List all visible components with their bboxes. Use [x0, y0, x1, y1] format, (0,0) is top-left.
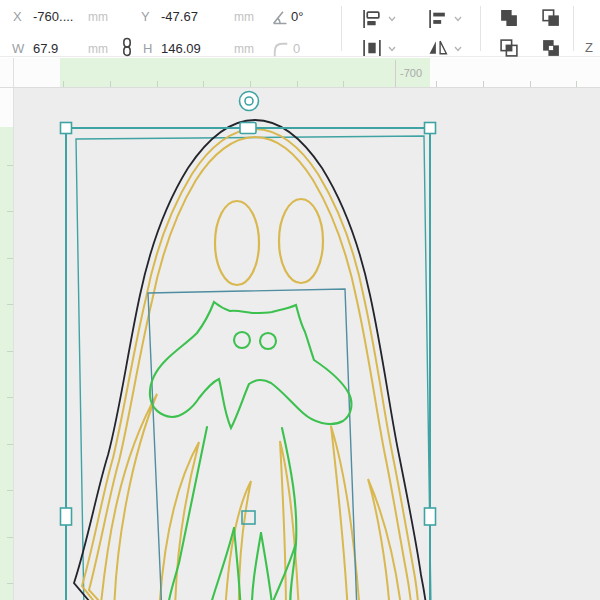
distribute-icon[interactable]: [362, 9, 382, 29]
boolean-union-icon[interactable]: [499, 8, 519, 28]
ruler-tick: [530, 81, 531, 87]
rotation-angle-icon: [270, 7, 290, 27]
ruler-tick: [7, 351, 13, 352]
handle-top-left[interactable]: [61, 123, 72, 134]
ruler-tick-label: -700: [400, 67, 422, 79]
handle-top-right[interactable]: [425, 123, 436, 134]
ruler-tick: [7, 258, 13, 259]
ruler-tick: [7, 165, 13, 166]
chevron-down-icon[interactable]: [453, 44, 463, 54]
toolbar-divider: [480, 6, 481, 51]
gown-folds[interactable]: [100, 394, 402, 600]
ghost-inner-offset[interactable]: [82, 129, 419, 600]
align-icon[interactable]: [428, 9, 448, 29]
ghost-outer-outline[interactable]: [74, 120, 427, 600]
ruler-tick: [436, 81, 437, 87]
ruler-tick: [7, 304, 13, 305]
ruler-tick: [483, 81, 484, 87]
h-field-input[interactable]: 146.09: [161, 41, 201, 56]
link-dimensions-icon[interactable]: [117, 37, 137, 57]
ruler-tick: [7, 444, 13, 445]
w-field-label: W: [12, 41, 24, 56]
canvas-artwork: [14, 88, 600, 600]
boolean-exclude-icon[interactable]: [541, 38, 561, 58]
toolbar-divider: [341, 6, 342, 51]
zoom-control-label[interactable]: Z: [585, 40, 593, 55]
cat-figure[interactable]: [150, 302, 352, 600]
vertical-ruler: [0, 88, 14, 600]
ruler-workarea-highlight: [0, 127, 14, 600]
design-canvas[interactable]: [14, 88, 600, 600]
ruler-tick: [7, 583, 13, 584]
ruler-corner: [0, 58, 14, 88]
ruler-tick: [576, 81, 577, 87]
ruler-tick: [7, 537, 13, 538]
ruler-tick: [63, 81, 64, 87]
handle-mid-right[interactable]: [425, 508, 436, 525]
ruler-tick: [157, 81, 158, 87]
ruler-major-tick: [395, 60, 396, 88]
h-field-label: H: [143, 41, 152, 56]
ruler-tick: [7, 490, 13, 491]
boolean-subtract-icon[interactable]: [541, 8, 561, 28]
y-field-label: Y: [141, 9, 150, 24]
ruler-tick: [7, 397, 13, 398]
toolbar: X -760.... mm Y -47.67 mm 0° W 67.9 mm H…: [0, 0, 600, 57]
flip-horizontal-icon[interactable]: [428, 38, 448, 58]
boolean-intersect-icon[interactable]: [499, 38, 519, 58]
toolbar-divider: [573, 6, 574, 51]
ruler-tick: [250, 81, 251, 87]
chevron-down-icon[interactable]: [453, 14, 463, 24]
center-icon[interactable]: [362, 38, 382, 58]
corner-radius-icon: [271, 40, 291, 60]
w-field-input[interactable]: 67.9: [33, 41, 58, 56]
rotation-handle[interactable]: [240, 92, 259, 111]
ghost-eyes[interactable]: [215, 199, 323, 285]
w-field-unit: mm: [88, 42, 108, 56]
ruler-tick: [7, 211, 13, 212]
ruler-workarea-highlight: [60, 58, 430, 88]
radius-input[interactable]: 0: [293, 41, 300, 56]
y-field-unit: mm: [234, 10, 254, 24]
y-field-input[interactable]: -47.67: [161, 9, 198, 24]
handle-top-center[interactable]: [240, 123, 256, 134]
x-field-unit: mm: [88, 10, 108, 24]
angle-input[interactable]: 0°: [291, 9, 303, 24]
ruler-tick: [110, 81, 111, 87]
chevron-down-icon[interactable]: [387, 44, 397, 54]
horizontal-ruler: -700: [14, 58, 600, 88]
ruler-tick: [203, 81, 204, 87]
ruler-tick: [343, 81, 344, 87]
chevron-down-icon[interactable]: [387, 14, 397, 24]
x-field-input[interactable]: -760....: [33, 9, 73, 24]
x-field-label: X: [13, 9, 22, 24]
h-field-unit: mm: [234, 42, 254, 56]
handle-mid-left[interactable]: [61, 508, 72, 525]
ruler-tick: [297, 81, 298, 87]
